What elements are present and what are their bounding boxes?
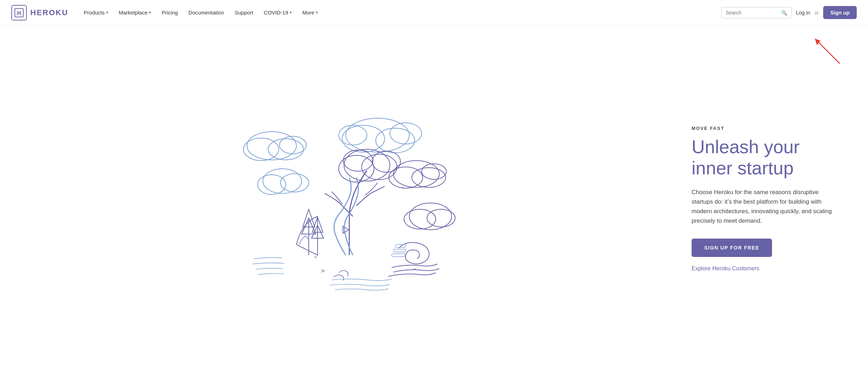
or-separator: or — [815, 10, 819, 16]
nav-covid[interactable]: COVID-19 ▾ — [260, 7, 296, 18]
heroku-logo-icon: H — [14, 8, 24, 18]
logo-box: H — [11, 5, 27, 20]
hero-section: > > ⌐ MOVE FAST Unleash your inner start… — [0, 25, 868, 372]
more-chevron-icon: ▾ — [316, 10, 318, 15]
nav-support[interactable]: Support — [230, 7, 258, 18]
nav-more[interactable]: More ▾ — [298, 7, 322, 18]
nav-right: 🔍 Log in or Sign up — [721, 6, 857, 19]
svg-point-24 — [372, 151, 400, 172]
search-icon: 🔍 — [781, 10, 787, 16]
hero-description: Choose Heroku for the same reasons disru… — [692, 187, 840, 226]
nav-links: Products ▾ Marketplace ▾ Pricing Documen… — [79, 7, 721, 18]
signup-button[interactable]: Sign up — [823, 6, 857, 19]
hero-illustration: > > ⌐ — [28, 107, 670, 290]
brand-name: HEROKU — [30, 8, 68, 17]
svg-rect-38 — [392, 254, 405, 257]
svg-point-23 — [362, 154, 397, 180]
search-box[interactable]: 🔍 — [721, 7, 792, 18]
svg-point-18 — [409, 203, 452, 230]
marketplace-chevron-icon: ▾ — [149, 10, 151, 15]
svg-point-11 — [263, 169, 302, 193]
svg-point-25 — [343, 150, 373, 171]
svg-point-9 — [268, 139, 303, 160]
nav-marketplace[interactable]: Marketplace ▾ — [115, 7, 156, 18]
cta-button[interactable]: SIGN UP FOR FREE — [692, 239, 772, 257]
svg-text:H: H — [17, 10, 21, 16]
svg-point-16 — [412, 168, 446, 187]
svg-text:⌐: ⌐ — [413, 266, 416, 272]
landscape-illustration: > > ⌐ — [226, 107, 473, 290]
explore-customers-link[interactable]: Explore Heroku Customers — [692, 265, 840, 272]
svg-point-5 — [390, 123, 422, 144]
svg-rect-37 — [393, 249, 406, 252]
logo-link[interactable]: H HEROKU — [11, 5, 68, 20]
svg-point-13 — [281, 174, 309, 192]
hero-title: Unleash your inner startup — [692, 137, 840, 179]
nav-documentation[interactable]: Documentation — [184, 7, 228, 18]
svg-point-3 — [342, 125, 385, 152]
navbar: H HEROKU Products ▾ Marketplace ▾ Pricin… — [0, 0, 868, 25]
products-chevron-icon: ▾ — [106, 10, 108, 15]
nav-products[interactable]: Products ▾ — [79, 7, 112, 18]
eyebrow-label: MOVE FAST — [692, 126, 840, 131]
svg-text:>: > — [314, 254, 317, 260]
search-input[interactable] — [726, 10, 778, 16]
login-link[interactable]: Log in — [796, 10, 810, 16]
nav-pricing[interactable]: Pricing — [157, 7, 182, 18]
covid-chevron-icon: ▾ — [290, 10, 292, 15]
svg-text:>: > — [321, 267, 325, 274]
hero-content: MOVE FAST Unleash your inner startup Cho… — [670, 126, 840, 271]
svg-point-20 — [427, 209, 455, 227]
